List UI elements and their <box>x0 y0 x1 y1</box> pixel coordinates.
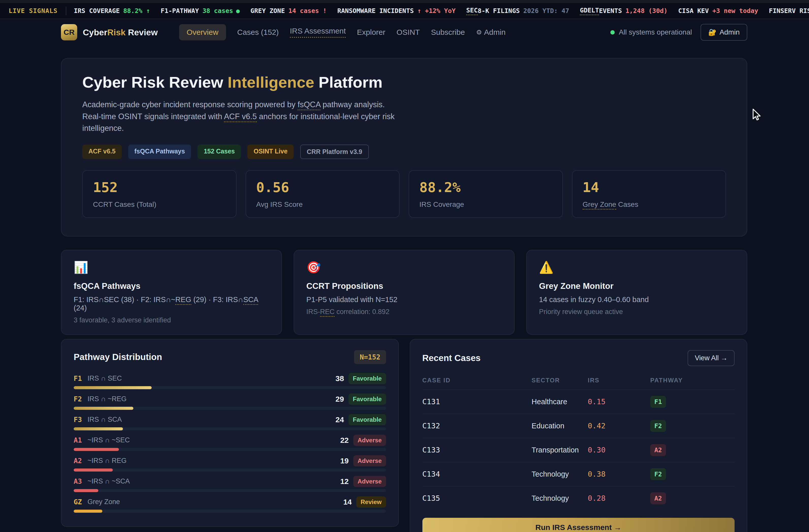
stat-value: 0.56 <box>256 179 389 195</box>
feature-card[interactable]: 📊 fsQCA Pathways F1: IRS∩SEC (38) · F2: … <box>61 250 282 335</box>
table-column-header: IRS <box>588 373 650 390</box>
ticker-item: GDELT EVENTS1,248 (30d) <box>580 6 668 15</box>
case-pathway-cell: F2 <box>650 462 735 486</box>
acf-term[interactable]: ACF v6.5 <box>224 112 257 122</box>
pathway-status-badge: Adverse <box>353 476 386 487</box>
recent-cases-header: Recent Cases View All → <box>423 350 735 366</box>
run-irs-assessment-button[interactable]: Run IRS Assessment → <box>423 518 735 532</box>
nav-link[interactable]: Overview <box>179 24 226 40</box>
ticker-value: ↑ +12% YoY <box>417 7 456 15</box>
case-id: C133 <box>423 438 532 462</box>
feature-description-part: F1: IRS∩SEC (38) · F2: IRS∩~ <box>74 295 175 304</box>
feature-card[interactable]: ⚠️ Grey Zone Monitor 14 cases in fuzzy 0… <box>526 250 747 335</box>
pathway-count: 29 <box>335 395 344 404</box>
table-row[interactable]: C133 Transportation 0.30 A2 <box>423 438 735 462</box>
ticker-label: RANSOMWARE INCIDENTS <box>337 7 414 15</box>
ticker-items: IRS COVERAGE88.2% ↑ F1-PATHWAY38 cases● … <box>74 6 809 15</box>
recent-cases-panel: Recent Cases View All → CASE IDSECTORIRS… <box>410 339 747 532</box>
pathway-status-badge: Adverse <box>353 455 386 466</box>
navbar-left: CR CyberRisk Review Overview Cases (152)… <box>61 24 506 40</box>
table-row[interactable]: C131 Healthcare 0.15 F1 <box>423 390 735 414</box>
pathway-code: A1 <box>74 436 82 444</box>
nav-links: Overview Cases (152) IRS Assessment Expl… <box>179 24 506 40</box>
title-highlight: Intelligence <box>228 73 314 91</box>
feature-description: P1-P5 validated with N=152 <box>306 295 502 304</box>
stat-cards: 152 CCRT Cases (Total) 0.56 Avg IRS Scor… <box>82 170 726 218</box>
pathway-count: 22 <box>340 436 348 445</box>
navbar-right: All systems operational 🔐Admin <box>610 24 747 41</box>
desc-seg-1: Academic-grade cyber incident response s… <box>82 100 298 109</box>
case-irs-score: 0.28 <box>588 486 650 510</box>
stat-value: 152 <box>93 179 226 195</box>
main-navbar: CR CyberRisk Review Overview Cases (152)… <box>0 19 809 45</box>
status-dot-icon <box>610 30 615 35</box>
feature-card[interactable]: 🎯 CCRT Propositions P1-P5 validated with… <box>294 250 515 335</box>
pathway-row: F3 IRS ∩ SCA 24 Favorable <box>74 414 386 430</box>
admin-button-label: Admin <box>720 28 740 36</box>
pathway-row-top: A1 ~IRS ∩ ~SEC 22 Adverse <box>74 434 386 446</box>
nav-link[interactable]: Subscribe <box>431 28 465 37</box>
window-top-strip <box>0 0 809 3</box>
pathway-status-badge: Adverse <box>353 435 386 446</box>
stat-card: 0.56 Avg IRS Score <box>246 170 400 218</box>
case-id: C131 <box>423 390 532 414</box>
live-signals-label: LIVE SIGNALS <box>8 7 58 15</box>
title-part-2: Platform <box>314 73 382 91</box>
table-row[interactable]: C132 Education 0.42 F2 <box>423 414 735 438</box>
stat-label: Grey Zone Cases <box>583 201 716 209</box>
pathway-count: 19 <box>340 457 348 465</box>
ticker-label: EVENTS <box>599 7 622 15</box>
pathway-status-badge: Review <box>356 496 386 508</box>
pathway-name: ~IRS ∩ REG <box>88 457 127 465</box>
pathway-bar-fill <box>74 448 119 451</box>
pathway-status-badge: Favorable <box>348 373 386 384</box>
feature-muted-part: IRS- <box>306 308 320 315</box>
ticker-label: 8-K FILINGS <box>478 7 520 15</box>
nav-link[interactable]: IRS Assessment <box>290 27 346 38</box>
pathway-code: F3 <box>74 416 82 424</box>
brand-title: CyberRisk Review <box>83 28 158 37</box>
cases-table: CASE IDSECTORIRSPATHWAY C131 Healthcare … <box>423 373 735 510</box>
case-irs-score: 0.38 <box>588 462 650 486</box>
pathway-badge: F2 <box>650 420 666 432</box>
bar-chart-icon: 📊 <box>74 261 269 273</box>
nav-link-label: Overview <box>187 28 219 37</box>
table-row[interactable]: C134 Technology 0.38 F2 <box>423 462 735 486</box>
stat-label-text: IRS Coverage <box>419 201 464 208</box>
pathway-count: 38 <box>335 374 344 383</box>
system-status-text: All systems operational <box>619 28 692 36</box>
pathway-code: GZ <box>74 498 82 506</box>
admin-button[interactable]: 🔐Admin <box>701 24 747 41</box>
nav-link-label: Admin <box>484 28 505 37</box>
nav-link[interactable]: ⚙Admin <box>476 28 505 37</box>
hero-badge: ACF v6.5 <box>82 144 122 159</box>
pathway-bar-track <box>74 427 386 430</box>
feature-description-part: 14 cases in fuzzy 0.40–0.60 band <box>539 295 649 304</box>
pathway-bar-track <box>74 468 386 471</box>
feature-muted-part: REC <box>320 308 334 317</box>
table-row[interactable]: C135 Technology 0.28 A2 <box>423 486 735 510</box>
nav-link[interactable]: Cases (152) <box>237 28 279 37</box>
table-column-header: CASE ID <box>423 373 532 390</box>
fsqca-term[interactable]: fsQCA <box>298 100 321 110</box>
live-signals-ticker: LIVE SIGNALS IRS COVERAGE88.2% ↑ F1-PATH… <box>0 3 809 19</box>
feature-muted-part: 3 favorable, 3 adverse identified <box>74 316 171 324</box>
pathway-row: A1 ~IRS ∩ ~SEC 22 Adverse <box>74 434 386 451</box>
stat-card: 14 Grey Zone Cases <box>572 170 726 218</box>
pathway-code: F1 <box>74 375 82 382</box>
nav-link[interactable]: Explorer <box>357 28 385 37</box>
view-all-button[interactable]: View All → <box>688 350 735 366</box>
ticker-dot-icon: ● <box>236 7 240 15</box>
pathway-row: F1 IRS ∩ SEC 38 Favorable <box>74 373 386 389</box>
title-part-1: Cyber Risk Review <box>82 73 228 91</box>
case-irs-score: 0.15 <box>588 390 650 414</box>
brand-logo[interactable]: CR <box>61 24 77 40</box>
ticker-value: 2026 YTD: 47 <box>523 7 569 15</box>
stat-label-text: CCRT Cases (Total) <box>93 201 156 208</box>
stat-label: IRS Coverage <box>419 201 552 209</box>
case-pathway-cell: A2 <box>650 486 735 510</box>
pathway-status-badge: Favorable <box>348 414 386 425</box>
feature-muted-text: Priority review queue active <box>539 308 735 316</box>
nav-link[interactable]: OSINT <box>396 28 420 37</box>
target-icon: 🎯 <box>306 261 502 273</box>
